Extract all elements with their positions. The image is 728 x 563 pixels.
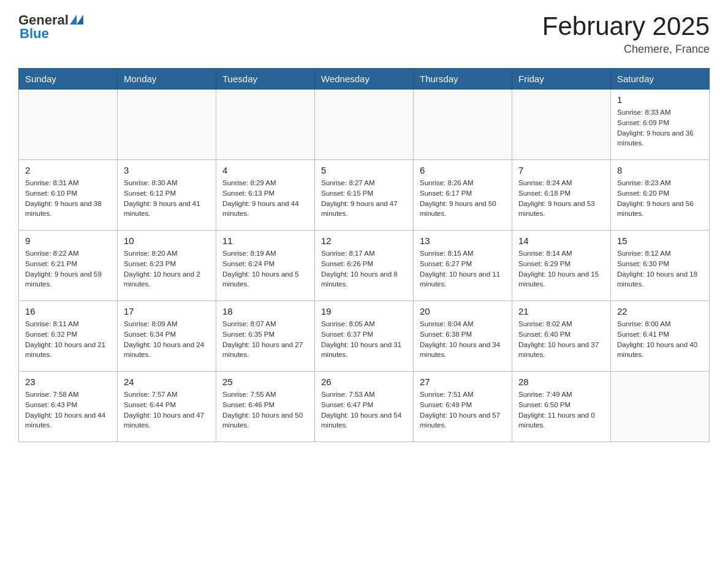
- day-info: Sunrise: 8:11 AMSunset: 6:32 PMDaylight:…: [25, 319, 111, 360]
- calendar-cell: [611, 372, 710, 442]
- day-number: 26: [321, 377, 407, 387]
- day-number: 23: [25, 377, 111, 387]
- day-number: 3: [124, 165, 210, 175]
- header-right: February 2025 Chemere, France: [542, 12, 710, 56]
- day-number: 1: [617, 94, 703, 105]
- day-info: Sunrise: 8:19 AMSunset: 6:24 PMDaylight:…: [222, 248, 308, 289]
- week-row-1: 1Sunrise: 8:33 AMSunset: 6:09 PMDaylight…: [19, 90, 710, 160]
- calendar-cell: 22Sunrise: 8:00 AMSunset: 6:41 PMDayligh…: [611, 301, 710, 372]
- day-number: 7: [518, 165, 604, 175]
- calendar-cell: 24Sunrise: 7:57 AMSunset: 6:44 PMDayligh…: [118, 372, 216, 442]
- calendar-cell: 18Sunrise: 8:07 AMSunset: 6:35 PMDayligh…: [216, 301, 315, 372]
- day-info: Sunrise: 7:53 AMSunset: 6:47 PMDaylight:…: [321, 389, 407, 431]
- calendar-cell: 16Sunrise: 8:11 AMSunset: 6:32 PMDayligh…: [19, 301, 118, 372]
- day-info: Sunrise: 8:26 AMSunset: 6:17 PMDaylight:…: [420, 178, 506, 219]
- calendar-cell: 27Sunrise: 7:51 AMSunset: 6:49 PMDayligh…: [414, 372, 512, 442]
- logo-blue-text: Blue: [20, 26, 49, 42]
- calendar-header-row: SundayMondayTuesdayWednesdayThursdayFrid…: [19, 69, 710, 90]
- day-number: 19: [321, 306, 407, 316]
- calendar-cell: 1Sunrise: 8:33 AMSunset: 6:09 PMDaylight…: [611, 90, 710, 160]
- day-info: Sunrise: 8:12 AMSunset: 6:30 PMDaylight:…: [617, 248, 703, 289]
- day-info: Sunrise: 8:33 AMSunset: 6:09 PMDaylight:…: [617, 107, 703, 148]
- day-header-saturday: Saturday: [611, 69, 710, 90]
- calendar-cell: 17Sunrise: 8:09 AMSunset: 6:34 PMDayligh…: [118, 301, 216, 372]
- day-info: Sunrise: 8:07 AMSunset: 6:35 PMDaylight:…: [222, 319, 308, 360]
- calendar-cell: 5Sunrise: 8:27 AMSunset: 6:15 PMDaylight…: [315, 160, 414, 231]
- day-info: Sunrise: 8:04 AMSunset: 6:38 PMDaylight:…: [420, 319, 506, 360]
- calendar-cell: [118, 90, 216, 160]
- week-row-3: 9Sunrise: 8:22 AMSunset: 6:21 PMDaylight…: [19, 231, 710, 301]
- day-header-sunday: Sunday: [19, 69, 118, 90]
- calendar-cell: 11Sunrise: 8:19 AMSunset: 6:24 PMDayligh…: [216, 231, 315, 301]
- calendar-cell: 12Sunrise: 8:17 AMSunset: 6:26 PMDayligh…: [315, 231, 414, 301]
- calendar-cell: 4Sunrise: 8:29 AMSunset: 6:13 PMDaylight…: [216, 160, 315, 231]
- day-number: 12: [321, 236, 407, 246]
- calendar-cell: 19Sunrise: 8:05 AMSunset: 6:37 PMDayligh…: [315, 301, 414, 372]
- calendar-cell: 3Sunrise: 8:30 AMSunset: 6:12 PMDaylight…: [118, 160, 216, 231]
- day-info: Sunrise: 7:57 AMSunset: 6:44 PMDaylight:…: [124, 389, 210, 431]
- day-info: Sunrise: 8:05 AMSunset: 6:37 PMDaylight:…: [321, 319, 407, 360]
- day-info: Sunrise: 8:20 AMSunset: 6:23 PMDaylight:…: [124, 248, 210, 289]
- day-info: Sunrise: 8:02 AMSunset: 6:40 PMDaylight:…: [518, 319, 604, 360]
- day-number: 18: [222, 306, 308, 316]
- day-info: Sunrise: 8:14 AMSunset: 6:29 PMDaylight:…: [518, 248, 604, 289]
- day-number: 5: [321, 165, 407, 175]
- day-number: 11: [222, 236, 308, 246]
- calendar-cell: 10Sunrise: 8:20 AMSunset: 6:23 PMDayligh…: [118, 231, 216, 301]
- day-number: 24: [124, 377, 210, 387]
- calendar-cell: 28Sunrise: 7:49 AMSunset: 6:50 PMDayligh…: [512, 372, 611, 442]
- calendar-table: SundayMondayTuesdayWednesdayThursdayFrid…: [18, 68, 710, 442]
- day-header-thursday: Thursday: [414, 69, 512, 90]
- day-info: Sunrise: 8:22 AMSunset: 6:21 PMDaylight:…: [25, 248, 111, 289]
- calendar-cell: 20Sunrise: 8:04 AMSunset: 6:38 PMDayligh…: [414, 301, 512, 372]
- calendar-cell: 13Sunrise: 8:15 AMSunset: 6:27 PMDayligh…: [414, 231, 512, 301]
- day-info: Sunrise: 8:23 AMSunset: 6:20 PMDaylight:…: [617, 178, 703, 219]
- page-header: General Blue February 2025 Chemere, Fran…: [18, 12, 710, 56]
- day-number: 6: [420, 165, 506, 175]
- day-info: Sunrise: 7:49 AMSunset: 6:50 PMDaylight:…: [518, 389, 604, 431]
- day-info: Sunrise: 8:17 AMSunset: 6:26 PMDaylight:…: [321, 248, 407, 289]
- calendar-cell: 14Sunrise: 8:14 AMSunset: 6:29 PMDayligh…: [512, 231, 611, 301]
- calendar-cell: 25Sunrise: 7:55 AMSunset: 6:46 PMDayligh…: [216, 372, 315, 442]
- day-info: Sunrise: 7:51 AMSunset: 6:49 PMDaylight:…: [420, 389, 506, 431]
- day-info: Sunrise: 7:55 AMSunset: 6:46 PMDaylight:…: [222, 389, 308, 431]
- day-number: 15: [617, 236, 703, 246]
- day-number: 9: [25, 236, 111, 246]
- day-number: 22: [617, 306, 703, 316]
- week-row-2: 2Sunrise: 8:31 AMSunset: 6:10 PMDaylight…: [19, 160, 710, 231]
- calendar-cell: 9Sunrise: 8:22 AMSunset: 6:21 PMDaylight…: [19, 231, 118, 301]
- day-number: 27: [420, 377, 506, 387]
- day-header-tuesday: Tuesday: [216, 69, 315, 90]
- day-info: Sunrise: 8:27 AMSunset: 6:15 PMDaylight:…: [321, 178, 407, 219]
- month-title: February 2025: [542, 12, 710, 40]
- day-info: Sunrise: 8:31 AMSunset: 6:10 PMDaylight:…: [25, 178, 111, 219]
- day-info: Sunrise: 8:30 AMSunset: 6:12 PMDaylight:…: [124, 178, 210, 219]
- calendar-cell: 6Sunrise: 8:26 AMSunset: 6:17 PMDaylight…: [414, 160, 512, 231]
- day-header-wednesday: Wednesday: [315, 69, 414, 90]
- day-number: 16: [25, 306, 111, 316]
- day-number: 2: [25, 165, 111, 175]
- week-row-4: 16Sunrise: 8:11 AMSunset: 6:32 PMDayligh…: [19, 301, 710, 372]
- calendar-cell: 2Sunrise: 8:31 AMSunset: 6:10 PMDaylight…: [19, 160, 118, 231]
- day-number: 14: [518, 236, 604, 246]
- day-number: 20: [420, 306, 506, 316]
- day-number: 8: [617, 165, 703, 175]
- day-number: 28: [518, 377, 604, 387]
- calendar-cell: [414, 90, 512, 160]
- calendar-cell: 15Sunrise: 8:12 AMSunset: 6:30 PMDayligh…: [611, 231, 710, 301]
- calendar-cell: [315, 90, 414, 160]
- day-number: 21: [518, 306, 604, 316]
- day-number: 25: [222, 377, 308, 387]
- day-info: Sunrise: 8:15 AMSunset: 6:27 PMDaylight:…: [420, 248, 506, 289]
- calendar-cell: [19, 90, 118, 160]
- day-info: Sunrise: 7:58 AMSunset: 6:43 PMDaylight:…: [25, 389, 111, 431]
- calendar-cell: 8Sunrise: 8:23 AMSunset: 6:20 PMDaylight…: [611, 160, 710, 231]
- day-header-friday: Friday: [512, 69, 611, 90]
- calendar-cell: [512, 90, 611, 160]
- day-info: Sunrise: 8:24 AMSunset: 6:18 PMDaylight:…: [518, 178, 604, 219]
- calendar-cell: 21Sunrise: 8:02 AMSunset: 6:40 PMDayligh…: [512, 301, 611, 372]
- day-info: Sunrise: 8:09 AMSunset: 6:34 PMDaylight:…: [124, 319, 210, 360]
- day-number: 17: [124, 306, 210, 316]
- calendar-cell: 23Sunrise: 7:58 AMSunset: 6:43 PMDayligh…: [19, 372, 118, 442]
- location: Chemere, France: [542, 43, 710, 56]
